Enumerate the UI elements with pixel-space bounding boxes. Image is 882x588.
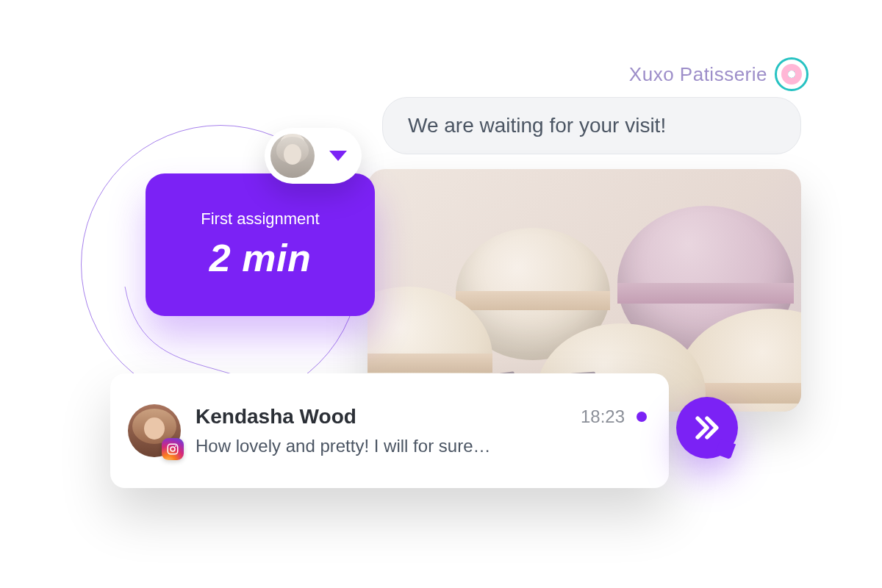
commenter-avatar xyxy=(128,404,181,457)
commenter-name: Kendasha Wood xyxy=(196,405,356,429)
double-chevron-right-icon xyxy=(691,412,723,444)
instagram-icon xyxy=(162,438,184,460)
svg-point-2 xyxy=(175,445,176,447)
brand-header: Xuxo Patisserie xyxy=(629,57,808,91)
business-message-bubble: We are waiting for your visit! xyxy=(382,97,801,154)
agent-avatar xyxy=(270,134,315,178)
incoming-comment-card[interactable]: Kendasha Wood 18:23 How lovely and prett… xyxy=(110,373,669,488)
comment-time: 18:23 xyxy=(581,406,625,427)
chevron-down-icon xyxy=(329,151,347,161)
first-assignment-card: First assignment 2 min xyxy=(146,173,375,316)
brand-name: Xuxo Patisserie xyxy=(629,63,767,86)
assignment-label: First assignment xyxy=(201,209,319,229)
business-message-text: We are waiting for your visit! xyxy=(408,114,666,137)
agent-selector[interactable] xyxy=(265,128,362,184)
svg-point-1 xyxy=(171,447,175,451)
reply-button[interactable] xyxy=(676,397,738,459)
donut-icon xyxy=(775,57,808,91)
assignment-time: 2 min xyxy=(209,236,311,280)
comment-body: Kendasha Wood 18:23 How lovely and prett… xyxy=(196,405,647,456)
comment-text: How lovely and pretty! I will for sure… xyxy=(196,436,647,456)
unread-indicator xyxy=(637,412,647,422)
